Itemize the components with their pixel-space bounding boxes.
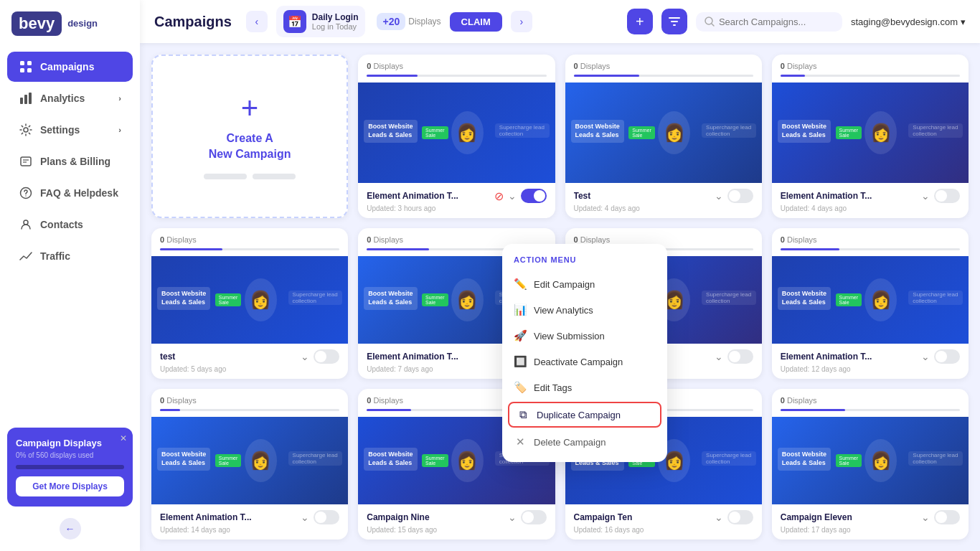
search-input[interactable] <box>719 17 834 27</box>
svg-rect-6 <box>29 93 32 104</box>
progress-line-fill <box>367 75 418 77</box>
action-menu-item-deactivate[interactable]: 🔲 Deactivate Campaign <box>502 349 667 375</box>
create-card-label: Create ANew Campaign <box>209 131 291 163</box>
daily-login-box: 📅 Daily Login Log in Today <box>276 6 366 37</box>
filter-button[interactable] <box>661 9 687 34</box>
card-image: Boost WebsiteLeads & Sales SummerSale 👩 … <box>772 417 969 504</box>
card-chevron[interactable]: ⌄ <box>715 351 723 362</box>
card-chevron[interactable]: ⌄ <box>921 190 930 202</box>
card-chevron[interactable]: ⌄ <box>508 190 517 202</box>
card-chevron[interactable]: ⌄ <box>508 512 517 523</box>
displays-count: 0 Displays <box>367 235 546 244</box>
menu-item-label: Delete Campaign <box>534 437 606 448</box>
sidebar-item-plans[interactable]: Plans & Billing <box>7 146 133 176</box>
card-title: Campaign Ten <box>574 512 710 522</box>
submission-menu-icon: 🚀 <box>514 329 527 342</box>
sidebar-item-analytics[interactable]: Analytics › <box>7 83 133 113</box>
card-chevron[interactable]: ⌄ <box>715 512 723 523</box>
campaign-displays-box: ✕ Campaign Displays 0% of 560 displays u… <box>7 428 133 507</box>
displays-count: 0 Displays <box>781 396 960 405</box>
next-nav-button[interactable]: › <box>511 11 532 32</box>
card-toggle[interactable] <box>314 349 339 364</box>
action-menu-items: ✏️ Edit Campaign 📊 View Analytics 🚀 View… <box>502 271 667 455</box>
card-toggle[interactable] <box>727 510 753 524</box>
card-updated: Updated: 5 days ago <box>151 365 348 379</box>
card-top: 0 Displays <box>772 55 969 83</box>
card-toggle[interactable] <box>934 510 960 524</box>
progress-line-bg <box>781 248 960 250</box>
logo-icon: bevy <box>11 11 62 36</box>
progress-line-bg <box>160 409 339 411</box>
create-campaign-card[interactable]: + Create ANew Campaign <box>151 55 348 218</box>
card-toggle[interactable] <box>727 349 753 364</box>
menu-item-label: Duplicate Campaign <box>537 410 621 420</box>
displays-progress-bg <box>16 465 124 469</box>
action-menu-item-submission[interactable]: 🚀 View Submission <box>502 323 667 349</box>
card-top: 0 Displays <box>358 55 555 83</box>
svg-rect-8 <box>21 157 31 166</box>
card-title: test <box>160 352 296 362</box>
card-toggle[interactable] <box>727 189 753 203</box>
close-displays-box[interactable]: ✕ <box>120 433 127 443</box>
sidebar-item-faq[interactable]: FAQ & Helpdesk <box>7 178 133 208</box>
card-updated: Updated: 4 days ago <box>772 204 969 218</box>
sidebar-item-label: FAQ & Helpdesk <box>40 187 118 199</box>
campaign-card: 0 Displays Boost WebsiteLeads & Sales Su… <box>772 228 969 379</box>
user-info[interactable]: staging@bevydesign.com ▾ <box>851 17 966 27</box>
card-image: Boost WebsiteLeads & Sales SummerSale 👩 … <box>151 417 348 504</box>
card-toggle[interactable] <box>314 510 339 524</box>
card-title: Campaign Nine <box>367 512 503 522</box>
campaign-displays-title: Campaign Displays <box>16 438 124 448</box>
card-toggle[interactable] <box>521 189 547 203</box>
displays-count: 0 Displays <box>160 396 339 405</box>
card-chevron[interactable]: ⌄ <box>921 512 930 523</box>
svg-rect-15 <box>671 21 678 22</box>
action-menu-item-edit[interactable]: ✏️ Edit Campaign <box>502 271 667 297</box>
action-menu-item-duplicate[interactable]: ⧉ Duplicate Campaign <box>508 402 661 428</box>
action-menu-item-delete[interactable]: ✕ Delete Campaign <box>502 429 667 455</box>
card-toggle[interactable] <box>934 349 960 364</box>
contacts-icon <box>19 217 33 232</box>
header: Campaigns ‹ 📅 Daily Login Log in Today +… <box>140 0 980 43</box>
progress-line-fill <box>781 248 839 250</box>
sidebar-item-settings[interactable]: Settings › <box>7 115 133 145</box>
card-toggle[interactable] <box>521 510 547 524</box>
card-chevron[interactable]: ⌄ <box>301 512 309 523</box>
prev-nav-button[interactable]: ‹ <box>246 11 268 32</box>
card-top: 0 Displays <box>772 228 969 256</box>
card-image: Boost WebsiteLeads & Sales SummerSale 👩 … <box>151 256 348 344</box>
displays-count: 0 Displays <box>781 235 960 244</box>
card-toggle[interactable] <box>934 189 960 203</box>
card-footer: Element Animation T... ⌄ <box>772 183 969 204</box>
daily-login-title: Daily Login <box>312 12 359 22</box>
card-title: Element Animation T... <box>781 352 917 362</box>
get-more-displays-button[interactable]: Get More Displays <box>16 476 124 496</box>
card-chevron[interactable]: ⌄ <box>921 351 930 362</box>
add-campaign-button[interactable]: + <box>627 9 653 34</box>
svg-point-7 <box>24 128 28 132</box>
sidebar-item-traffic[interactable]: Traffic <box>7 241 133 271</box>
card-updated: Updated: 12 days ago <box>772 365 969 379</box>
displays-count: 0 Displays <box>781 62 960 70</box>
card-chevron[interactable]: ⌄ <box>301 351 309 362</box>
action-menu-item-tags[interactable]: 🏷️ Edit Tags <box>502 375 667 400</box>
claim-button[interactable]: CLAIM <box>450 12 502 32</box>
search-icon <box>705 17 715 27</box>
progress-line-fill <box>160 248 222 250</box>
action-menu-item-analytics[interactable]: 📊 View Analytics <box>502 297 667 323</box>
sidebar-item-contacts[interactable]: Contacts <box>7 209 133 240</box>
sidebar: bevy design Campaigns Analytics › Settin… <box>0 0 140 551</box>
logo-text: design <box>67 18 98 29</box>
sidebar-collapse-button[interactable]: ← <box>60 518 81 540</box>
sidebar-item-campaigns[interactable]: Campaigns <box>7 52 133 82</box>
card-chevron[interactable]: ⌄ <box>715 190 723 202</box>
svg-point-12 <box>25 195 26 196</box>
svg-rect-0 <box>20 61 24 65</box>
sidebar-item-label: Settings <box>40 124 80 136</box>
create-card-toggles <box>204 174 296 179</box>
card-footer: Campaign Eleven ⌄ <box>772 504 969 526</box>
card-title: Test <box>574 191 710 201</box>
nav-chevron: › <box>118 94 121 103</box>
card-updated: Updated: 17 days ago <box>772 526 969 540</box>
page-title: Campaigns <box>154 14 232 30</box>
